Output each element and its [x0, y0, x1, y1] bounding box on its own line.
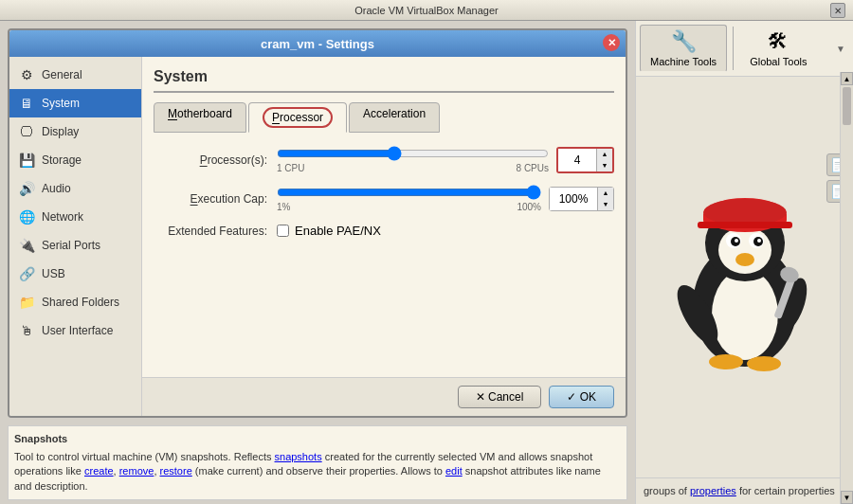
scroll-thumb[interactable]: [843, 87, 851, 125]
tab-processor[interactable]: Processor: [248, 102, 347, 133]
svg-point-3: [718, 226, 771, 274]
sidebar-item-user-interface[interactable]: 🖱 User Interface: [9, 316, 141, 345]
toolbar-separator: [733, 27, 734, 70]
right-scrollbar[interactable]: ▲ ▼: [840, 72, 853, 504]
right-description: groups of properties for certain propert…: [636, 477, 853, 504]
app-title-bar: Oracle VM VirtualBox Manager ✕: [0, 0, 853, 21]
pae-nx-checkbox[interactable]: [277, 225, 289, 237]
machine-tools-icon: 🔧: [671, 29, 697, 54]
svg-point-20: [747, 356, 781, 371]
audio-icon: 🔊: [17, 179, 36, 198]
machine-tools-label: Machine Tools: [650, 56, 717, 67]
sidebar-item-audio[interactable]: 🔊 Audio: [9, 174, 141, 203]
snapshots-link[interactable]: snapshots: [275, 451, 322, 462]
display-icon: 🖵: [17, 122, 36, 141]
section-title: System: [154, 68, 614, 93]
right-description-text: groups of properties for certain propert…: [644, 485, 835, 496]
sidebar-item-usb[interactable]: 🔗 USB: [9, 260, 141, 288]
exec-cap-spinbox: ▲ ▼: [549, 187, 614, 211]
edit-link[interactable]: edit: [445, 465, 463, 477]
processors-slider-container: 1 CPU 8 CPUs: [277, 146, 549, 173]
exec-cap-slider-container: 1% 100%: [277, 185, 541, 212]
sidebar-label-storage: Storage: [42, 153, 82, 167]
processors-min-label: 1 CPU: [277, 163, 304, 173]
processors-slider[interactable]: [277, 146, 549, 161]
exec-cap-row: Execution Cap: 1% 100%: [154, 185, 614, 212]
sidebar-item-network[interactable]: 🌐 Network: [9, 203, 141, 231]
sidebar-item-shared-folders[interactable]: 📁 Shared Folders: [9, 288, 141, 316]
tux-svg: [669, 182, 821, 371]
processors-label: Processor(s):: [154, 153, 277, 167]
scroll-up-arrow[interactable]: ▲: [841, 72, 853, 85]
processors-value[interactable]: [558, 149, 596, 171]
exec-cap-slider-labels: 1% 100%: [277, 202, 541, 212]
bottom-section-title: Snapshots: [14, 432, 621, 446]
restore-link[interactable]: restore: [160, 465, 192, 477]
exec-cap-value[interactable]: [550, 188, 597, 210]
remove-link[interactable]: remove: [119, 465, 154, 477]
svg-point-13: [703, 199, 787, 225]
svg-point-10: [735, 253, 754, 266]
tab-motherboard-label: M: [168, 107, 177, 120]
general-icon: ⚙: [17, 65, 36, 84]
dialog-title: cram_vm - Settings: [261, 37, 374, 51]
usb-icon: 🔗: [17, 264, 36, 283]
sidebar-label-system: System: [42, 97, 80, 110]
user-interface-icon: 🖱: [17, 321, 36, 340]
tabs-bar: Motherboard Processor Acceleration: [154, 102, 614, 133]
tux-illustration: [660, 182, 830, 371]
exec-cap-max-label: 100%: [517, 202, 541, 212]
sidebar-label-network: Network: [42, 210, 83, 224]
processors-increment-button[interactable]: ▲: [597, 149, 612, 160]
sidebar-label-shared-folders: Shared Folders: [42, 296, 119, 309]
processors-max-label: 8 CPUs: [517, 163, 549, 173]
svg-point-8: [735, 239, 738, 243]
sidebar-item-general[interactable]: ⚙ General: [9, 61, 141, 89]
sidebar-item-serial-ports[interactable]: 🔌 Serial Ports: [9, 231, 141, 260]
sidebar-label-usb: USB: [42, 267, 65, 280]
tab-acceleration-label: Acceleration: [363, 107, 426, 120]
processors-decrement-button[interactable]: ▼: [597, 160, 612, 171]
tab-acceleration[interactable]: Acceleration: [349, 102, 440, 133]
sidebar-item-display[interactable]: 🖵 Display: [9, 117, 141, 146]
dialog-title-bar: cram_vm - Settings ✕: [9, 30, 626, 57]
sidebar-label-display: Display: [42, 125, 79, 138]
exec-cap-label: Execution Cap:: [154, 192, 277, 206]
exec-cap-decrement-button[interactable]: ▼: [598, 199, 613, 210]
properties-link[interactable]: properties: [690, 485, 736, 496]
tab-processor-highlight: Processor: [263, 107, 333, 128]
svg-point-1: [712, 269, 778, 360]
storage-icon: 💾: [17, 151, 36, 170]
toolbar-expand-button[interactable]: ▼: [832, 25, 849, 72]
sidebar-label-audio: Audio: [42, 182, 71, 195]
exec-cap-spinbox-buttons: ▲ ▼: [597, 188, 613, 210]
svg-point-9: [757, 239, 761, 243]
settings-sidebar: ⚙ General 🖥 System 🖵 Display 💾 Storage: [9, 57, 142, 416]
create-link[interactable]: create: [84, 465, 114, 477]
extended-features-label: Extended Features:: [154, 225, 277, 238]
tab-motherboard[interactable]: Motherboard: [154, 102, 246, 133]
scroll-down-arrow[interactable]: ▼: [841, 491, 853, 504]
svg-point-19: [709, 354, 743, 369]
processors-spinbox-buttons: ▲ ▼: [596, 149, 612, 171]
network-icon: 🌐: [17, 207, 36, 226]
cancel-button[interactable]: ✕ Cancel: [458, 386, 542, 408]
ok-button[interactable]: ✓ OK: [549, 386, 614, 408]
app-close-button[interactable]: ✕: [830, 3, 845, 18]
content-area: System Motherboard Processor: [142, 57, 626, 377]
exec-cap-increment-button[interactable]: ▲: [598, 188, 613, 199]
sidebar-item-system[interactable]: 🖥 System: [9, 89, 141, 117]
dialog-close-button[interactable]: ✕: [603, 34, 620, 51]
exec-cap-slider[interactable]: [277, 185, 541, 200]
processors-spinbox: ▲ ▼: [556, 147, 614, 173]
machine-tools-button[interactable]: 🔧 Machine Tools: [640, 25, 727, 72]
bottom-text: Tool to control virtual machine (VM) sna…: [14, 450, 621, 494]
global-tools-button[interactable]: 🛠 Global Tools: [739, 25, 817, 72]
bottom-description: Snapshots Tool to control virtual machin…: [8, 425, 627, 500]
app-title: Oracle VM VirtualBox Manager: [354, 5, 498, 16]
processors-row: Processor(s): 1 CPU 8 CPUs: [154, 146, 614, 173]
global-tools-icon: 🛠: [768, 29, 789, 54]
exec-cap-min-label: 1%: [277, 202, 290, 212]
sidebar-item-storage[interactable]: 💾 Storage: [9, 146, 141, 174]
global-tools-label: Global Tools: [750, 56, 807, 67]
